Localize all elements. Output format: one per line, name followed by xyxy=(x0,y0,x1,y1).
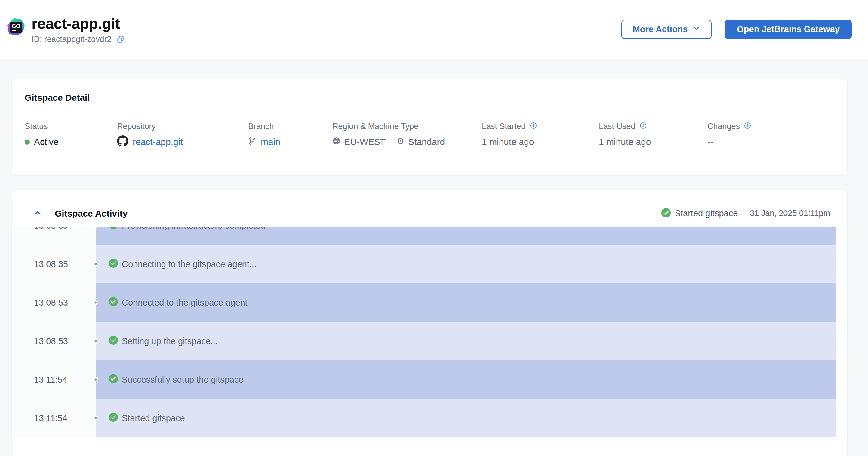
collapse-chevron-up-icon[interactable] xyxy=(33,208,42,219)
last-started-label: Last Started xyxy=(482,122,526,131)
log-message: Connecting to the gitspace agent... xyxy=(122,259,256,269)
goland-logo-text: GO xyxy=(10,23,22,29)
check-circle-icon xyxy=(109,227,118,231)
git-branch-icon xyxy=(248,137,256,147)
check-circle-icon xyxy=(109,259,118,270)
changes-info-icon[interactable] xyxy=(744,122,751,131)
check-circle-icon xyxy=(109,297,118,308)
open-jetbrains-gateway-button[interactable]: Open JetBrains Gateway xyxy=(725,20,852,39)
activity-date: 31 Jan, 2025 01:11pm xyxy=(750,209,830,218)
region-machine-label: Region & Machine Type xyxy=(332,122,482,131)
field-branch: Branch main xyxy=(248,122,332,148)
status-value: Active xyxy=(34,137,59,147)
github-icon xyxy=(117,135,128,149)
globe-icon xyxy=(332,137,340,147)
log-row: 13:11:54 Started gitspace xyxy=(12,399,847,437)
activity-success-check-icon xyxy=(661,208,671,219)
activity-status-text: Started gitspace xyxy=(675,208,738,218)
branch-link[interactable]: main xyxy=(261,137,280,147)
status-label: Status xyxy=(25,122,117,131)
field-repository: Repository react-app.git xyxy=(117,122,248,148)
activity-card-title: Gitspace Activity xyxy=(55,208,127,219)
log-row: 13:08:53 Connected to the gitspace agent xyxy=(12,283,847,322)
page-title: react-app.git xyxy=(32,15,120,32)
timeline-dot-icon xyxy=(93,339,98,344)
log-message: Successfully setup the gitspace xyxy=(122,375,244,385)
last-started-info-icon[interactable] xyxy=(530,122,537,131)
field-last-started: Last Started 1 minute ago xyxy=(482,122,599,148)
gitspace-activity-card: Gitspace Activity Started gitspace 31 Ja… xyxy=(12,190,847,456)
repository-label: Repository xyxy=(117,122,248,131)
log-timestamp: 13:08:35 xyxy=(12,245,96,283)
log-timestamp: 13:08:53 xyxy=(12,322,96,360)
status-active-dot xyxy=(25,140,30,145)
log-timestamp: 13:08:35 xyxy=(12,227,96,245)
gitspace-detail-card: Gitspace Detail Status Active Repository… xyxy=(12,79,847,175)
cpu-chip-icon xyxy=(396,137,405,147)
more-actions-button[interactable]: More Actions xyxy=(621,20,712,39)
top-header-bar: GO react-app.git ID: reactappgit-zovdr2 … xyxy=(0,0,868,59)
check-circle-icon xyxy=(109,374,118,385)
log-row: 13:11:54 Successfully setup the gitspace xyxy=(12,360,847,399)
log-message: Started gitspace xyxy=(122,413,185,423)
timeline-dot-icon xyxy=(93,262,98,267)
chevron-down-icon xyxy=(692,24,700,34)
repository-link[interactable]: react-app.git xyxy=(133,137,183,147)
log-timestamp: 13:11:54 xyxy=(12,399,96,437)
check-circle-icon xyxy=(109,336,118,347)
field-last-used: Last Used 1 minute ago xyxy=(599,122,707,148)
last-used-value: 1 minute ago xyxy=(599,136,707,148)
field-changes: Changes -- xyxy=(707,122,838,148)
check-circle-icon xyxy=(109,413,118,424)
activity-log-viewport[interactable]: 13:08:35 Provisioning infrastructure com… xyxy=(12,227,847,437)
log-message: Connected to the gitspace agent xyxy=(122,298,248,308)
changes-label: Changes xyxy=(707,122,740,131)
log-row: 13:08:35 Connecting to the gitspace agen… xyxy=(12,245,847,283)
open-gateway-label: Open JetBrains Gateway xyxy=(737,24,840,34)
activity-log-rows: 13:08:35 Provisioning infrastructure com… xyxy=(12,227,847,437)
machine-type-value: Standard xyxy=(408,137,445,147)
last-started-value: 1 minute ago xyxy=(482,136,599,148)
goland-logo-box: GO xyxy=(10,22,22,33)
log-timestamp: 13:11:54 xyxy=(12,360,96,399)
log-row: 13:08:53 Setting up the gitspace... xyxy=(12,322,847,360)
last-used-label: Last Used xyxy=(599,122,636,131)
log-row: 13:08:35 Provisioning infrastructure com… xyxy=(12,227,847,245)
more-actions-label: More Actions xyxy=(633,24,688,34)
field-region-machine: Region & Machine Type EU-WEST xyxy=(332,122,482,148)
last-used-info-icon[interactable] xyxy=(640,122,647,131)
timeline-dot-icon xyxy=(93,377,98,382)
timeline-dot-icon xyxy=(93,300,98,305)
log-timestamp: 13:08:53 xyxy=(12,283,96,322)
timeline-dot-icon xyxy=(93,416,98,421)
log-message: Setting up the gitspace... xyxy=(122,336,218,346)
detail-card-title: Gitspace Detail xyxy=(25,93,90,103)
gitspace-id-text: ID: reactappgit-zovdr2 xyxy=(32,35,112,44)
region-value: EU-WEST xyxy=(344,137,385,147)
branch-label: Branch xyxy=(248,122,332,131)
changes-value: -- xyxy=(707,136,838,148)
copy-id-icon[interactable] xyxy=(116,35,125,43)
goland-logo-icon: GO xyxy=(7,18,25,35)
log-message: Provisioning infrastructure completed xyxy=(122,227,265,231)
goland-logo-underscore xyxy=(12,30,16,31)
field-status: Status Active xyxy=(25,122,117,148)
